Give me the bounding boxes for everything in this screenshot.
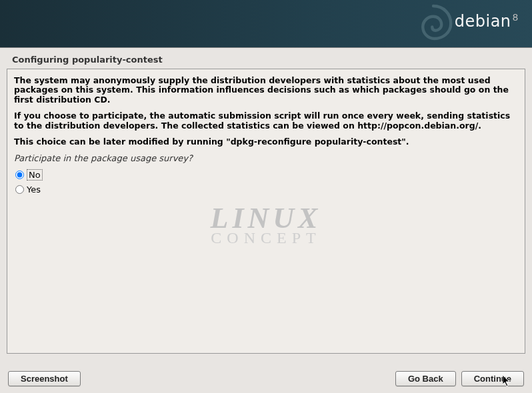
button-bar: Screenshot Go Back Continue [0, 371, 532, 386]
survey-question: Participate in the package usage survey? [14, 153, 518, 163]
brand-name: debian [455, 12, 511, 31]
description-p2: If you choose to participate, the automa… [14, 111, 518, 131]
radio-input-no[interactable] [15, 171, 24, 179]
debian-swirl-icon [407, 1, 460, 48]
watermark-line1: LINUX [211, 206, 322, 230]
screenshot-button[interactable]: Screenshot [8, 371, 81, 386]
continue-button[interactable]: Continue [461, 371, 524, 386]
page-title: Configuring popularity-contest [0, 48, 532, 69]
brand-logo: debian8 [455, 12, 519, 31]
radio-label-yes: Yes [27, 185, 41, 195]
radio-option-yes[interactable]: Yes [14, 183, 518, 196]
go-back-button[interactable]: Go Back [395, 371, 456, 386]
radio-option-no[interactable]: No [14, 167, 518, 183]
description-p3: This choice can be later modified by run… [14, 137, 518, 147]
radio-input-yes[interactable] [15, 185, 24, 194]
watermark-line2: CONCEPT [211, 231, 322, 244]
description-p1: The system may anonymously supply the di… [14, 76, 518, 105]
radio-label-no: No [27, 169, 43, 181]
content-panel: The system may anonymously supply the di… [7, 69, 525, 354]
brand-version: 8 [513, 12, 519, 23]
header-banner: debian8 [0, 0, 532, 48]
watermark: LINUX CONCEPT [211, 206, 322, 244]
